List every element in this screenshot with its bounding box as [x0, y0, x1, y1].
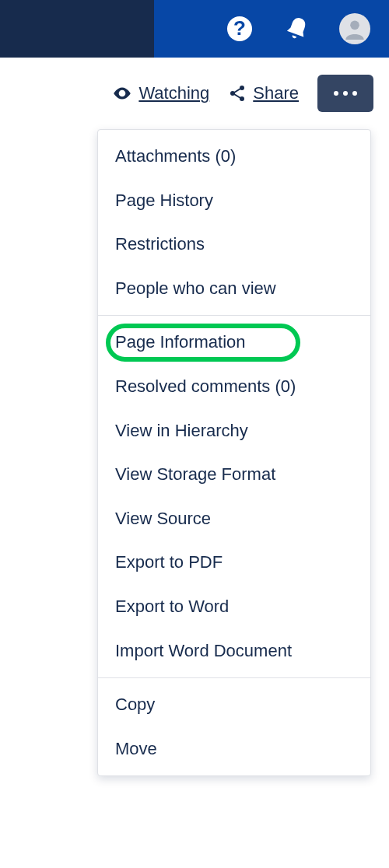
- menu-item-move[interactable]: Move: [98, 727, 370, 772]
- svg-text:?: ?: [233, 16, 246, 40]
- menu-item-people-who-can-view[interactable]: People who can view: [98, 267, 370, 311]
- watching-label: Watching: [138, 83, 209, 103]
- menu-item-copy[interactable]: Copy: [98, 683, 370, 727]
- menu-item-view-source[interactable]: View Source: [98, 497, 370, 541]
- svg-line-6: [234, 89, 240, 93]
- more-actions-menu: Attachments (0) Page History Restriction…: [97, 129, 371, 776]
- notifications-icon[interactable]: [282, 13, 313, 44]
- user-avatar[interactable]: [339, 13, 370, 44]
- share-label: Share: [253, 83, 299, 103]
- menu-group-1: Attachments (0) Page History Restriction…: [98, 130, 370, 316]
- menu-item-restrictions[interactable]: Restrictions: [98, 222, 370, 267]
- watching-toggle[interactable]: Watching: [112, 83, 209, 103]
- ellipsis-icon: [334, 91, 357, 96]
- menu-item-resolved-comments[interactable]: Resolved comments (0): [98, 365, 370, 409]
- menu-item-view-storage-format[interactable]: View Storage Format: [98, 453, 370, 497]
- menu-item-attachments[interactable]: Attachments (0): [98, 135, 370, 179]
- menu-group-3: Copy Move: [98, 678, 370, 775]
- menu-item-export-to-word[interactable]: Export to Word: [98, 585, 370, 629]
- share-button[interactable]: Share: [228, 83, 299, 103]
- help-icon[interactable]: ?: [224, 13, 255, 44]
- menu-item-label: Page Information: [115, 332, 246, 352]
- menu-item-page-history[interactable]: Page History: [98, 179, 370, 223]
- svg-point-2: [350, 21, 359, 30]
- app-switcher-placeholder: [0, 0, 154, 58]
- menu-item-view-in-hierarchy[interactable]: View in Hierarchy: [98, 409, 370, 453]
- menu-group-2: Page Information Resolved comments (0) V…: [98, 316, 370, 678]
- menu-item-import-word-document[interactable]: Import Word Document: [98, 629, 370, 674]
- page-actions-toolbar: Watching Share: [0, 58, 389, 126]
- menu-item-export-to-pdf[interactable]: Export to PDF: [98, 541, 370, 585]
- top-navigation-bar: ?: [0, 0, 389, 58]
- more-actions-button[interactable]: [317, 75, 373, 112]
- eye-icon: [112, 83, 132, 103]
- menu-item-page-information[interactable]: Page Information: [98, 320, 370, 365]
- svg-line-7: [234, 94, 240, 98]
- share-icon: [228, 84, 247, 103]
